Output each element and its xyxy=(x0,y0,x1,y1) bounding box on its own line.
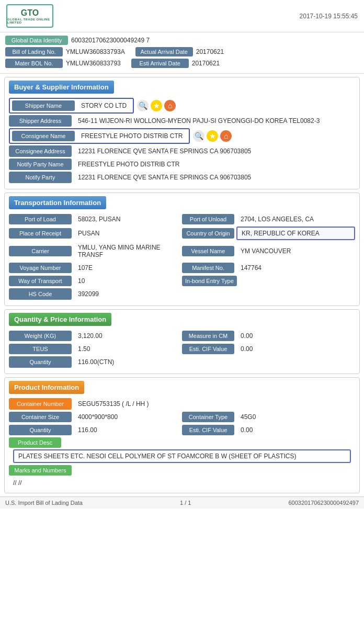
bol-value: YMLUW360833793A xyxy=(66,48,125,55)
manifest-value: 147764 xyxy=(236,262,355,274)
notify-party-value: 12231 FLORENCE QVE SANTA FE SPRINGS CA 9… xyxy=(74,172,355,183)
consignee-name-group: Consignee Name FREESTYLE PHOTO DISTRIB C… xyxy=(9,128,190,144)
teus-half: TEUS 1.50 xyxy=(9,343,182,355)
logo: GTO GLOBAL TRADE ONLINE LIMITED xyxy=(6,4,53,28)
product-info-fields: Container Number SEGU5753135 ( /L / HH )… xyxy=(5,396,359,493)
marks-numbers-value: // // xyxy=(9,477,355,489)
hs-code-value: 392099 xyxy=(74,288,355,300)
shipper-home-icon[interactable]: ⌂ xyxy=(164,100,176,111)
esti-cif-half: Esti. CIF Value 0.00 xyxy=(182,343,355,355)
port-load-value: 58023, PUSAN xyxy=(74,213,182,225)
mater-bol-row: Mater BOL No. YMLUW360833793 Esti Arriva… xyxy=(5,59,359,68)
receipt-origin-row: Place of Receipt PUSAN Country of Origin… xyxy=(9,227,355,240)
voyage-half: Voyage Number 107E xyxy=(9,262,182,274)
shipper-address-value: 546-11 WIJEON-RI WOLLONG-MYEON PAJU-SI G… xyxy=(74,115,355,127)
transportation-fields: Port of Load 58023, PUSAN Port of Unload… xyxy=(5,211,359,306)
country-origin-label: Country of Origin xyxy=(182,228,234,239)
shipper-name-value: STORY CO LTD xyxy=(77,100,131,111)
actual-arrival-pair: Actual Arrival Date 20170621 xyxy=(135,47,224,57)
container-number-label: Container Number xyxy=(9,398,72,410)
logo-subtext: GLOBAL TRADE ONLINE LIMITED xyxy=(7,18,52,24)
vessel-label: Vessel Name xyxy=(182,246,234,256)
product-info-header: Product Information xyxy=(9,381,84,394)
quantity-value: 116.00(CTN) xyxy=(74,356,355,368)
marks-numbers-row: Marks and Numbers xyxy=(9,465,355,476)
page-wrapper: GTO GLOBAL TRADE ONLINE LIMITED 2017-10-… xyxy=(0,0,364,644)
mater-bol-pair: Mater BOL No. YMLUW360833793 xyxy=(5,59,121,68)
esti-arrival-label: Esti Arrival Date xyxy=(131,59,189,68)
bol-label: Bill of Lading No. xyxy=(5,47,63,57)
way-transport-label: Way of Transport xyxy=(9,276,72,286)
bol-pair: Bill of Lading No. YMLUW360833793A xyxy=(5,47,125,57)
product-info-section: Product Information Container Number SEG… xyxy=(4,377,360,493)
weight-value: 3,120.00 xyxy=(74,330,182,342)
mater-bol-value: YMLUW360833793 xyxy=(66,60,121,67)
shipper-name-row: Shipper Name STORY CO LTD 🔍 ★ ⌂ xyxy=(9,98,355,114)
notify-party-name-value: FREESTYLE PHOTO DISTRIB CTR xyxy=(74,159,355,170)
measure-half: Measure in CM 0.00 xyxy=(182,330,355,342)
shipper-star-icon[interactable]: ★ xyxy=(151,100,162,111)
shipper-icons: 🔍 ★ ⌂ xyxy=(137,100,176,111)
place-receipt-value: PUSAN xyxy=(74,228,182,239)
product-quantity-value: 116.00 xyxy=(74,424,182,436)
vessel-value: YM VANCOUVER xyxy=(236,245,355,257)
hs-code-row: HS Code 392099 xyxy=(9,288,355,300)
consignee-name-row: Consignee Name FREESTYLE PHOTO DISTRIB C… xyxy=(9,128,355,144)
header: GTO GLOBAL TRADE ONLINE LIMITED 2017-10-… xyxy=(0,0,364,32)
voyage-value: 107E xyxy=(74,262,182,274)
weight-label: Weight (KG) xyxy=(9,331,72,341)
place-receipt-half: Place of Receipt PUSAN xyxy=(9,227,182,240)
shipper-name-label: Shipper Name xyxy=(12,100,75,111)
esti-arrival-pair: Esti Arrival Date 20170621 xyxy=(131,59,220,68)
shipper-address-row: Shipper Address 546-11 WIJEON-RI WOLLONG… xyxy=(9,115,355,127)
identity-section: Global Data Identity 6003201706230000492… xyxy=(0,32,364,74)
logo-area: GTO GLOBAL TRADE ONLINE LIMITED xyxy=(6,4,53,28)
voyage-label: Voyage Number xyxy=(9,263,72,273)
port-unload-half: Port of Unload 2704, LOS ANGELES, CA xyxy=(182,213,355,225)
product-quantity-half: Quantity 116.00 xyxy=(9,424,182,436)
port-load-label: Port of Load xyxy=(9,214,72,224)
actual-arrival-label: Actual Arrival Date xyxy=(135,47,193,57)
container-size-label: Container Size xyxy=(9,412,72,422)
vessel-half: Vessel Name YM VANCOUVER xyxy=(182,242,355,261)
mater-bol-label: Mater BOL No. xyxy=(5,59,63,68)
way-transport-value: 10 xyxy=(74,275,182,287)
notify-party-label: Notify Party xyxy=(9,172,72,183)
consignee-home-icon[interactable]: ⌂ xyxy=(220,130,232,142)
transportation-section: Transportation Information Port of Load … xyxy=(4,193,360,306)
quantity-price-header: Quantity & Price Information xyxy=(9,313,111,326)
consignee-name-label: Consignee Name xyxy=(12,131,75,141)
weight-half: Weight (KG) 3,120.00 xyxy=(9,330,182,342)
container-size-type-row: Container Size 4000*900*800 Container Ty… xyxy=(9,411,355,423)
consignee-search-icon[interactable]: 🔍 xyxy=(193,130,204,142)
carrier-label: Carrier xyxy=(9,246,72,256)
consignee-name-value: FREESTYLE PHOTO DISTRIB CTR xyxy=(77,130,187,142)
transportation-header: Transportation Information xyxy=(9,196,106,209)
quantity-price-section: Quantity & Price Information Weight (KG)… xyxy=(4,309,360,374)
quantity-label: Quantity xyxy=(9,356,72,368)
shipper-search-icon[interactable]: 🔍 xyxy=(137,100,149,111)
carrier-value: YMLU, YANG MING MARINE TRANSF xyxy=(74,242,182,261)
product-esti-cif-label: Esti. CIF Value xyxy=(182,425,234,435)
timestamp: 2017-10-19 15:55:45 xyxy=(300,13,358,20)
port-unload-value: 2704, LOS ANGELES, CA xyxy=(236,213,355,225)
esti-cif-label: Esti. CIF Value xyxy=(182,344,234,354)
product-desc-label: Product Desc xyxy=(9,437,61,448)
way-transport-half: Way of Transport 10 xyxy=(9,275,182,287)
inbond-value xyxy=(239,279,355,283)
esti-arrival-value: 20170621 xyxy=(192,60,220,67)
buyer-supplier-section: Buyer & Supplier Information Shipper Nam… xyxy=(4,77,360,189)
quantity-row: Quantity 116.00(CTN) xyxy=(9,356,355,368)
container-type-label: Container Type xyxy=(182,412,234,422)
port-unload-label: Port of Unload xyxy=(182,214,234,224)
quantity-price-fields: Weight (KG) 3,120.00 Measure in CM 0.00 … xyxy=(5,328,359,374)
footer: U.S. Import Bill of Lading Data 1 / 1 60… xyxy=(0,496,364,509)
marks-numbers-label: Marks and Numbers xyxy=(9,465,72,476)
product-quantity-cif-row: Quantity 116.00 Esti. CIF Value 0.00 xyxy=(9,424,355,436)
shipper-name-group: Shipper Name STORY CO LTD xyxy=(9,98,134,114)
consignee-address-label: Consignee Address xyxy=(9,145,72,157)
port-load-half: Port of Load 58023, PUSAN xyxy=(9,213,182,225)
manifest-label: Manifest No. xyxy=(182,263,234,273)
notify-party-row: Notify Party 12231 FLORENCE QVE SANTA FE… xyxy=(9,172,355,183)
consignee-star-icon[interactable]: ★ xyxy=(207,130,218,142)
